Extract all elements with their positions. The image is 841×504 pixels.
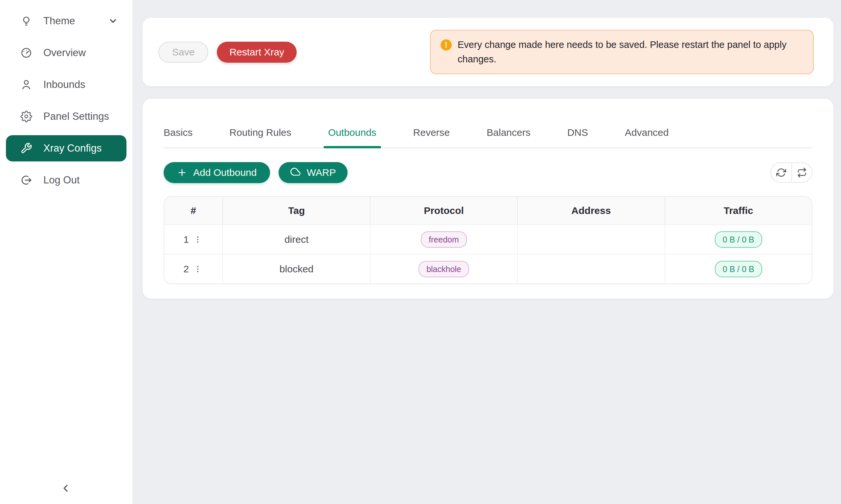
- table-row: 1 direct freedom: [164, 224, 812, 254]
- tab-routing-rules[interactable]: Routing Rules: [229, 127, 291, 147]
- tab-reverse[interactable]: Reverse: [413, 127, 450, 147]
- tab-balancers[interactable]: Balancers: [486, 127, 530, 147]
- row-index-cell: 2: [183, 264, 203, 275]
- more-vertical-icon: [193, 265, 202, 273]
- save-button[interactable]: Save: [158, 42, 208, 63]
- row-number: 1: [183, 234, 189, 245]
- protocol-badge: blackhole: [418, 261, 469, 277]
- sidebar-item-log-out[interactable]: Log Out: [6, 167, 126, 193]
- column-header-traffic: Traffic: [665, 197, 812, 224]
- wrench-icon: [20, 142, 32, 154]
- sidebar-item-theme[interactable]: Theme: [6, 8, 126, 34]
- chevron-left-icon: [59, 482, 72, 494]
- sidebar-collapse-button[interactable]: [55, 478, 76, 499]
- warning-icon: !: [441, 39, 452, 51]
- sidebar-item-inbounds[interactable]: Inbounds: [6, 72, 126, 98]
- sidebar-item-label: Overview: [44, 47, 86, 59]
- sidebar: Theme Overview Inbounds: [0, 0, 132, 504]
- address-cell: [517, 255, 664, 284]
- dashboard-icon: [20, 47, 32, 59]
- sidebar-item-label: Log Out: [44, 174, 80, 186]
- warp-button[interactable]: WARP: [279, 162, 348, 183]
- sidebar-item-overview[interactable]: Overview: [6, 40, 126, 66]
- outbounds-actions-row: Add Outbound WARP: [164, 162, 812, 183]
- tag-cell: blocked: [222, 255, 370, 284]
- tab-advanced[interactable]: Advanced: [625, 127, 669, 147]
- row-menu-button[interactable]: [192, 234, 203, 245]
- column-header-index: #: [164, 197, 222, 224]
- restart-xray-button[interactable]: Restart Xray: [217, 42, 297, 63]
- row-number: 2: [183, 264, 189, 275]
- logout-icon: [20, 174, 32, 186]
- more-vertical-icon: [193, 235, 202, 244]
- sidebar-item-label: Inbounds: [44, 79, 85, 91]
- table-body: 1 direct freedom: [164, 224, 812, 284]
- traffic-badge: 0 B / 0 B: [715, 261, 762, 277]
- sync-button[interactable]: [771, 163, 791, 182]
- add-outbound-label: Add Outbound: [193, 167, 257, 178]
- sidebar-item-label: Panel Settings: [44, 111, 109, 122]
- warp-label: WARP: [307, 167, 336, 178]
- restart-warning-alert: ! Every change made here needs to be sav…: [430, 30, 814, 74]
- row-index-cell: 1: [183, 234, 203, 245]
- gear-icon: [20, 111, 32, 122]
- traffic-badge: 0 B / 0 B: [715, 231, 762, 248]
- refresh-button-group: [770, 162, 812, 183]
- cloud-icon: [290, 167, 301, 178]
- tab-outbounds[interactable]: Outbounds: [328, 127, 377, 147]
- sync-icon: [776, 168, 786, 178]
- sidebar-item-panel-settings[interactable]: Panel Settings: [6, 103, 126, 130]
- config-tabs: Basics Routing Rules Outbounds Reverse B…: [164, 99, 812, 148]
- protocol-badge: freedom: [421, 231, 467, 248]
- column-header-tag: Tag: [222, 197, 370, 224]
- address-cell: [517, 225, 664, 254]
- sidebar-item-label: Xray Configs: [44, 142, 102, 154]
- main-content: Save Restart Xray ! Every change made he…: [132, 0, 841, 504]
- sidebar-nav: Theme Overview Inbounds: [0, 0, 132, 193]
- table-header: # Tag Protocol Address Traffic: [164, 197, 812, 224]
- row-menu-button[interactable]: [192, 264, 203, 275]
- chevron-down-icon[interactable]: [108, 16, 118, 26]
- sidebar-item-xray-configs[interactable]: Xray Configs: [6, 135, 126, 161]
- toolbar-card: Save Restart Xray ! Every change made he…: [142, 18, 834, 86]
- tab-basics[interactable]: Basics: [164, 127, 192, 147]
- table-row: 2 blocked blackhole: [164, 254, 812, 284]
- outbounds-table: # Tag Protocol Address Traffic 1: [164, 196, 812, 284]
- sidebar-item-label: Theme: [44, 15, 75, 27]
- plus-icon: [177, 167, 187, 178]
- alert-text: Every change made here needs to be saved…: [458, 38, 803, 66]
- tab-dns[interactable]: DNS: [567, 127, 588, 147]
- lightbulb-icon: [20, 15, 32, 27]
- repeat-button[interactable]: [791, 163, 812, 182]
- column-header-address: Address: [517, 197, 664, 224]
- xray-config-card: Basics Routing Rules Outbounds Reverse B…: [142, 99, 834, 299]
- user-icon: [20, 79, 32, 91]
- repeat-icon: [797, 168, 807, 178]
- column-header-protocol: Protocol: [370, 197, 517, 224]
- add-outbound-button[interactable]: Add Outbound: [164, 162, 270, 183]
- tag-cell: direct: [222, 225, 370, 254]
